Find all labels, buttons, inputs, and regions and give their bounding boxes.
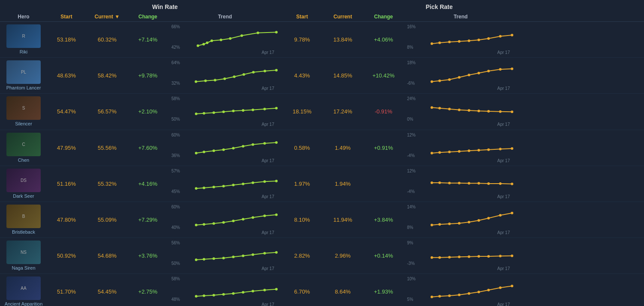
win-rate-section-header: Win Rate [47, 3, 283, 10]
svg-point-58 [232, 147, 235, 149]
hero-name-naga-siren: Naga Siren [12, 265, 35, 271]
svg-point-127 [203, 294, 205, 297]
pick-start-riki: 9.78% [283, 36, 321, 43]
svg-point-84 [458, 182, 461, 184]
win-trend-naga-siren: 56% 50% Apr 17 [167, 240, 283, 272]
hero-cell-bristleback[interactable]: B Bristleback [0, 202, 47, 238]
pick-change-chen: +0.91% [364, 145, 403, 151]
svg-point-137 [448, 294, 451, 297]
svg-point-35 [511, 68, 513, 70]
svg-point-31 [468, 74, 470, 77]
hero-cell-chen[interactable]: C Chen [0, 130, 47, 166]
hero-col-header: Hero [0, 14, 47, 20]
svg-point-52 [499, 110, 502, 113]
svg-point-87 [487, 182, 490, 185]
svg-point-119 [448, 256, 451, 258]
svg-point-15 [487, 37, 490, 40]
svg-point-78 [252, 181, 254, 184]
svg-point-34 [499, 68, 502, 71]
win-change-silencer: +2.10% [129, 108, 167, 115]
win-start-header: Start [47, 14, 86, 20]
svg-point-67 [468, 149, 470, 152]
svg-point-45 [431, 107, 433, 109]
svg-point-18 [195, 80, 197, 83]
svg-point-5 [229, 37, 231, 40]
svg-point-19 [204, 80, 207, 82]
svg-point-7 [257, 32, 259, 34]
svg-point-39 [222, 111, 225, 113]
svg-point-3 [210, 39, 213, 42]
svg-point-60 [252, 143, 254, 146]
win-start-naga-siren: 50.92% [47, 253, 86, 259]
pick-rate-section-header: Pick Rate [321, 3, 557, 10]
pick-trend-ancient-apparition: 10% 5% Apr 17 [403, 276, 518, 306]
svg-point-103 [468, 221, 470, 223]
table-row: DS Dark Seer 51.16% 55.32% +4.16% 57% 45… [0, 166, 644, 202]
win-change-ancient-apparition: +2.75% [129, 288, 167, 295]
pick-change-silencer: -0.91% [364, 108, 403, 115]
hero-cell-ancient-apparition[interactable]: AA Ancient Apparition [0, 274, 47, 306]
svg-point-130 [232, 292, 235, 295]
svg-point-95 [242, 218, 244, 220]
svg-point-76 [232, 184, 235, 186]
pick-change-bristleback: +3.84% [364, 217, 403, 223]
svg-point-94 [232, 220, 235, 222]
win-start-riki: 53.18% [47, 36, 86, 43]
svg-point-53 [511, 111, 513, 113]
hero-name-silencer: Silencer [15, 121, 32, 127]
svg-point-46 [438, 107, 441, 110]
svg-point-30 [458, 76, 461, 79]
svg-point-40 [232, 110, 235, 113]
hero-cell-phantom-lancer[interactable]: PL Phantom Lancer [0, 58, 47, 93]
pick-change-ancient-apparition: +1.93% [364, 288, 403, 295]
svg-point-9 [431, 42, 433, 45]
svg-point-128 [213, 294, 215, 297]
pick-current-silencer: 17.24% [321, 108, 364, 115]
hero-cell-riki[interactable]: R Riki [0, 22, 47, 57]
win-trend-header: Trend [167, 14, 283, 20]
svg-point-55 [203, 151, 205, 153]
svg-point-80 [275, 180, 278, 182]
pick-start-bristleback: 8.10% [283, 217, 321, 223]
table-row: NS Naga Siren 50.92% 54.68% +3.76% 56% 5… [0, 238, 644, 274]
win-current-header[interactable]: Current ▼ [86, 14, 129, 20]
hero-cell-silencer[interactable]: S Silencer [0, 94, 47, 129]
svg-point-83 [448, 182, 451, 184]
win-start-chen: 47.95% [47, 145, 86, 151]
win-start-ancient-apparition: 51.70% [47, 288, 86, 295]
svg-point-121 [468, 255, 470, 258]
hero-avatar-bristleback: B [6, 205, 41, 228]
hero-avatar-naga-siren: NS [6, 241, 41, 264]
win-change-dark-seer: +4.16% [129, 181, 167, 187]
hero-cell-naga-siren[interactable]: NS Naga Siren [0, 238, 47, 273]
pick-start-ancient-apparition: 6.70% [283, 288, 321, 295]
svg-point-81 [431, 181, 433, 184]
svg-point-120 [458, 256, 461, 258]
svg-point-65 [448, 151, 451, 153]
divider-spacer [283, 3, 287, 10]
hero-cell-dark-seer[interactable]: DS Dark Seer [0, 166, 47, 202]
win-change-bristleback: +7.29% [129, 217, 167, 223]
svg-point-89 [511, 183, 513, 185]
win-current-naga-siren: 54.68% [86, 253, 129, 259]
svg-point-47 [448, 108, 451, 110]
svg-point-105 [487, 217, 490, 220]
svg-point-0 [197, 45, 199, 47]
svg-point-33 [487, 70, 490, 72]
svg-point-132 [252, 290, 254, 293]
svg-point-2 [206, 42, 208, 44]
svg-point-116 [275, 251, 278, 254]
svg-point-13 [468, 39, 470, 42]
svg-point-11 [448, 41, 451, 43]
pick-change-phantom-lancer: +10.42% [364, 72, 403, 79]
svg-point-136 [438, 295, 441, 298]
svg-point-32 [477, 72, 480, 74]
win-trend-silencer: 58% 50% Apr 17 [167, 95, 283, 128]
svg-point-64 [438, 151, 441, 154]
win-change-header: Change [129, 14, 167, 20]
pick-trend-naga-siren: 9% -3% Apr 17 [403, 240, 518, 272]
svg-point-77 [242, 183, 244, 185]
svg-point-62 [275, 141, 278, 144]
svg-point-139 [468, 292, 470, 295]
svg-point-111 [222, 257, 225, 259]
